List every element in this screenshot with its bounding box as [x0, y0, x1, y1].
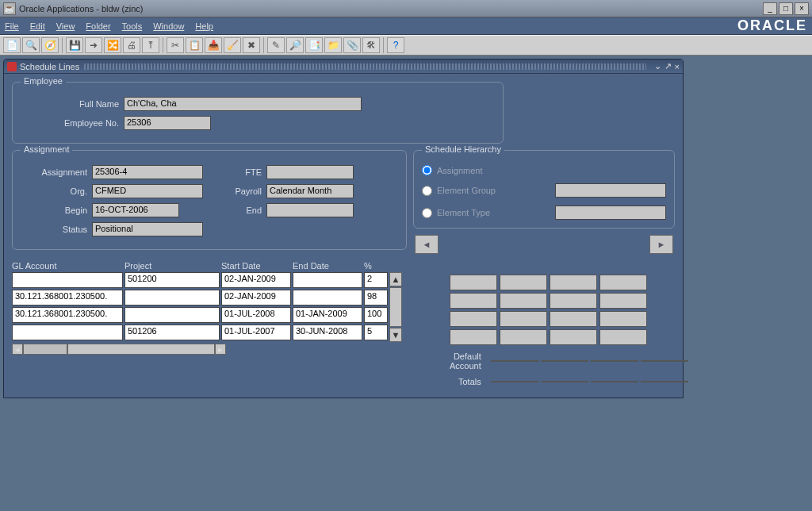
menu-tools[interactable]: Tools [122, 21, 143, 31]
close-button[interactable]: × [795, 2, 809, 15]
maximize-button[interactable]: □ [779, 2, 793, 15]
frame-max-icon[interactable]: ↗ [665, 61, 672, 71]
scroll-up-icon[interactable]: ▲ [389, 272, 402, 286]
frame-min-icon[interactable]: ⌄ [654, 61, 661, 71]
table-hscroll[interactable]: ◂ ▸ [12, 344, 226, 355]
grid-cell[interactable] [500, 293, 547, 309]
grid-cell[interactable] [599, 275, 647, 290]
begin-field[interactable]: 16-OCT-2006 [92, 203, 179, 217]
grid-cell[interactable] [599, 293, 647, 309]
minimize-button[interactable]: _ [763, 2, 777, 15]
scroll-down-icon[interactable]: ▼ [389, 328, 402, 342]
menu-edit[interactable]: Edit [30, 21, 45, 31]
table-row[interactable]: 501206 01-JUL-2007 30-JUN-2008 5 [12, 325, 389, 340]
table-row[interactable]: 30.121.368001.230500. 01-JUL-2008 01-JAN… [12, 307, 389, 323]
cell-project[interactable]: 501206 [124, 325, 220, 340]
default-account-cell[interactable] [541, 360, 588, 362]
scroll-track[interactable] [389, 287, 402, 327]
cell-gl[interactable] [12, 325, 123, 340]
emp-no-field[interactable]: 25306 [124, 116, 211, 130]
tool-switch-icon[interactable]: 🔀 [104, 37, 121, 53]
tool-zoom-icon[interactable]: 🔎 [286, 37, 304, 53]
org-field[interactable]: CFMED [92, 184, 203, 198]
totals-cell[interactable] [591, 381, 638, 382]
tool-copy-icon[interactable]: 📋 [186, 37, 203, 53]
tool-lov-icon[interactable]: 📑 [305, 37, 323, 53]
cell-end[interactable]: 01-JAN-2009 [293, 307, 362, 323]
totals-cell[interactable] [491, 381, 538, 382]
default-account-cell[interactable] [641, 360, 688, 362]
tool-print-icon[interactable]: 🖨 [123, 37, 140, 53]
tool-new-icon[interactable]: 📄 [3, 37, 21, 53]
cell-pct[interactable]: 98 [364, 290, 388, 305]
menu-folder[interactable]: Folder [86, 21, 110, 31]
grid-cell[interactable] [550, 311, 597, 327]
cell-end[interactable] [293, 272, 362, 288]
assignment-field[interactable]: 25306-4 [92, 165, 203, 179]
element-group-field[interactable] [555, 183, 666, 198]
menu-help[interactable]: Help [195, 21, 213, 31]
element-type-field[interactable] [555, 206, 666, 220]
grid-cell[interactable] [599, 311, 647, 327]
scroll-track-h[interactable] [67, 344, 215, 355]
status-field[interactable]: Positional [92, 222, 203, 236]
cell-start[interactable]: 02-JAN-2009 [221, 290, 291, 305]
radio-assignment[interactable] [422, 165, 432, 175]
tool-clear-icon[interactable]: 🧹 [224, 37, 241, 53]
totals-cell[interactable] [541, 381, 588, 382]
tool-find-icon[interactable]: 🔍 [22, 37, 40, 53]
totals-cell[interactable] [641, 381, 688, 382]
grid-cell[interactable] [599, 329, 647, 345]
grid-cell[interactable] [500, 311, 547, 327]
grid-cell[interactable] [500, 275, 547, 290]
grid-cell[interactable] [550, 275, 597, 290]
tool-attach-icon[interactable]: 📎 [343, 37, 361, 53]
tool-save-icon[interactable]: 💾 [66, 37, 83, 53]
cell-start[interactable]: 01-JUL-2008 [221, 307, 291, 323]
tool-cut-icon[interactable]: ✂ [167, 37, 184, 53]
radio-element-type[interactable] [422, 208, 432, 218]
grid-cell[interactable] [450, 293, 497, 309]
grid-cell[interactable] [450, 311, 497, 327]
cell-pct[interactable]: 2 [364, 272, 388, 288]
radio-element-group[interactable] [422, 186, 432, 196]
table-row[interactable]: 30.121.368001.230500. 02-JAN-2009 98 [12, 290, 389, 305]
grid-cell[interactable] [500, 329, 547, 345]
end-field[interactable] [266, 203, 354, 217]
cell-pct[interactable]: 5 [364, 325, 388, 340]
tool-delete-icon[interactable]: ✖ [243, 37, 260, 53]
tool-pageup-icon[interactable]: ⤒ [142, 37, 159, 53]
cell-end[interactable]: 30-JUN-2008 [293, 325, 362, 340]
tool-next-icon[interactable]: ➜ [85, 37, 102, 53]
default-account-cell[interactable] [491, 360, 538, 362]
tool-folder-icon[interactable]: 📁 [324, 37, 342, 53]
cell-gl[interactable]: 30.121.368001.230500. [12, 290, 123, 305]
frame-titlebar[interactable]: Schedule Lines ⌄ ↗ × [4, 60, 683, 74]
tool-nav-icon[interactable]: 🧭 [41, 37, 59, 53]
cell-pct[interactable]: 100 [364, 307, 388, 323]
scroll-right-icon[interactable]: ▸ [215, 344, 226, 355]
default-account-cell[interactable] [591, 360, 638, 362]
menu-window[interactable]: Window [153, 21, 184, 31]
grid-cell[interactable] [450, 275, 497, 290]
grid-cell[interactable] [550, 293, 597, 309]
scroll-thumb[interactable] [23, 344, 67, 355]
menu-view[interactable]: View [56, 21, 75, 31]
nav-prev-button[interactable]: ◄ [415, 235, 439, 254]
cell-gl[interactable] [12, 272, 123, 288]
grid-cell[interactable] [550, 329, 597, 345]
fte-field[interactable] [266, 165, 354, 179]
menu-file[interactable]: File [5, 21, 19, 31]
table-row[interactable]: 501200 02-JAN-2009 2 [12, 272, 389, 288]
cell-project[interactable]: 501200 [124, 272, 220, 288]
cell-start[interactable]: 02-JAN-2009 [221, 272, 291, 288]
cell-start[interactable]: 01-JUL-2007 [221, 325, 291, 340]
full-name-field[interactable]: Ch'Cha, Cha [124, 97, 362, 111]
tool-edit-icon[interactable]: ✎ [267, 37, 285, 53]
payroll-field[interactable]: Calendar Month [266, 184, 354, 198]
cell-project[interactable] [124, 307, 220, 323]
tool-tools-icon[interactable]: 🛠 [362, 37, 380, 53]
grid-cell[interactable] [450, 329, 497, 345]
cell-project[interactable] [124, 290, 220, 305]
table-vscroll[interactable]: ▲ ▼ [389, 272, 402, 342]
